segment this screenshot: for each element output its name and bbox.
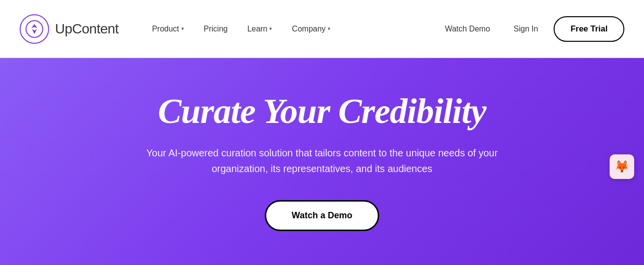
svg-point-0 [26, 21, 43, 37]
sign-in-button[interactable]: Sign In [506, 21, 546, 37]
floating-widget[interactable]: 🦊 [610, 154, 634, 179]
nav-links: Product ▾ Pricing Learn ▾ Company ▾ [144, 21, 421, 37]
hero-section: Curate Your Credibility Your AI-powered … [0, 58, 644, 265]
company-chevron-icon: ▾ [328, 26, 331, 32]
nav-product-label: Product [152, 25, 179, 33]
watch-demo-hero-button[interactable]: Watch a Demo [265, 200, 379, 231]
nav-company-label: Company [292, 25, 325, 33]
nav-learn[interactable]: Learn ▾ [239, 21, 280, 37]
navbar: UpContent Product ▾ Pricing Learn ▾ Comp… [0, 0, 644, 58]
logo-icon [20, 14, 49, 44]
product-chevron-icon: ▾ [181, 26, 184, 32]
watch-demo-button[interactable]: Watch Demo [437, 21, 498, 37]
hero-subtitle: Your AI-powered curation solution that t… [136, 145, 509, 177]
nav-pricing-label: Pricing [204, 25, 228, 33]
nav-company[interactable]: Company ▾ [284, 21, 338, 37]
nav-pricing[interactable]: Pricing [196, 21, 236, 37]
logo-text: UpContent [55, 21, 118, 37]
nav-learn-label: Learn [247, 25, 267, 33]
logo[interactable]: UpContent [20, 14, 118, 44]
nav-product[interactable]: Product ▾ [144, 21, 192, 37]
hero-title: Curate Your Credibility [158, 92, 486, 131]
free-trial-button[interactable]: Free Trial [554, 16, 624, 42]
floating-widget-icon: 🦊 [615, 160, 629, 174]
nav-actions: Watch Demo Sign In Free Trial [437, 16, 624, 42]
learn-chevron-icon: ▾ [269, 26, 272, 32]
